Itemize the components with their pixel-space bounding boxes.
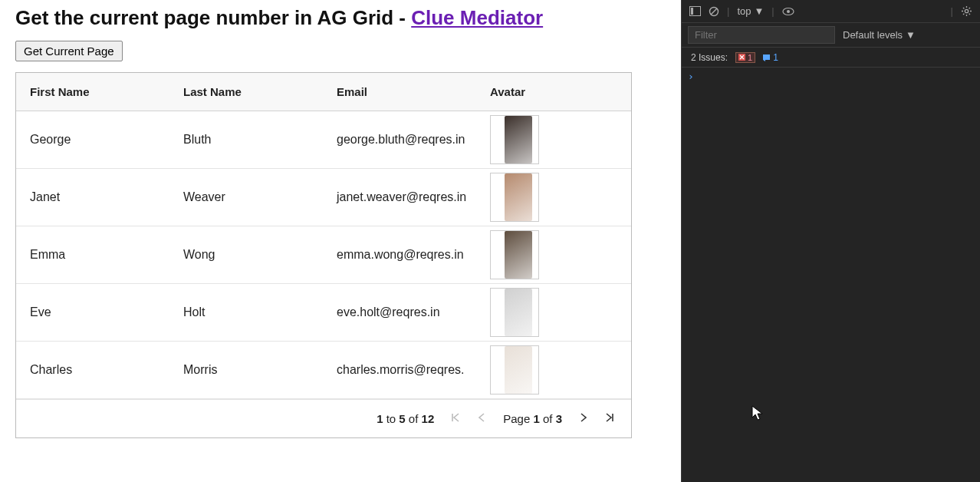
title-link[interactable]: Clue Mediator — [411, 6, 543, 29]
context-selector[interactable]: top ▼ — [737, 5, 764, 17]
svg-point-5 — [787, 10, 790, 13]
console-prompt-icon: › — [688, 71, 694, 82]
error-badge[interactable]: 1 — [735, 52, 755, 63]
header-email[interactable]: Email — [323, 85, 476, 98]
avatar — [490, 288, 539, 337]
cell-first-name: Eve — [16, 305, 169, 319]
svg-rect-1 — [691, 8, 693, 15]
prev-page-button[interactable] — [475, 412, 488, 425]
next-page-button[interactable] — [577, 412, 590, 425]
log-levels-selector[interactable]: Default levels ▼ — [843, 29, 916, 41]
toggle-console-icon[interactable] — [689, 6, 701, 16]
cell-email: janet.weaver@reqres.in — [323, 190, 476, 204]
svg-rect-8 — [763, 54, 770, 60]
table-row[interactable]: CharlesMorrischarles.morris@reqres. — [16, 342, 631, 399]
cell-avatar — [476, 288, 630, 337]
page-summary: Page 1 of 3 — [503, 412, 562, 425]
cell-email: charles.morris@reqres. — [323, 363, 476, 377]
issues-bar[interactable]: 2 Issues: 1 1 — [682, 48, 980, 68]
devtools-toolbar: | top ▼ | | — [682, 0, 980, 23]
data-grid: First Name Last Name Email Avatar George… — [15, 72, 632, 438]
get-current-page-button[interactable]: Get Current Page — [15, 41, 123, 61]
cell-last-name: Holt — [169, 305, 323, 319]
header-last-name[interactable]: Last Name — [169, 85, 323, 98]
svg-point-6 — [965, 9, 968, 12]
chevron-down-icon: ▼ — [754, 5, 764, 17]
chevron-down-icon: ▼ — [906, 29, 916, 41]
pagination-bar: 1 to 5 of 12 Page 1 of 3 — [16, 399, 631, 437]
table-row[interactable]: JanetWeaverjanet.weaver@reqres.in — [16, 169, 631, 226]
grid-header: First Name Last Name Email Avatar — [16, 73, 631, 111]
cell-last-name: Weaver — [169, 190, 323, 204]
avatar — [490, 173, 539, 222]
row-summary: 1 to 5 of 12 — [377, 412, 434, 425]
avatar — [490, 230, 539, 279]
grid-body: GeorgeBluthgeorge.bluth@reqres.inJanetWe… — [16, 111, 631, 399]
header-avatar[interactable]: Avatar — [476, 85, 630, 98]
cell-avatar — [476, 173, 630, 222]
main-content: Get the current page number in AG Grid -… — [0, 0, 681, 482]
cell-avatar — [476, 345, 630, 395]
devtools-panel: | top ▼ | | Default levels ▼ 2 Issues: 1… — [681, 0, 980, 482]
page-title: Get the current page number in AG Grid -… — [15, 6, 666, 30]
first-page-button[interactable] — [449, 412, 462, 425]
table-row[interactable]: EmmaWongemma.wong@reqres.in — [16, 226, 631, 284]
avatar — [490, 345, 539, 395]
devtools-filter-bar: Default levels ▼ — [682, 23, 980, 48]
cell-first-name: Emma — [16, 248, 169, 262]
cell-last-name: Bluth — [169, 133, 323, 147]
cell-first-name: Janet — [16, 190, 169, 204]
table-row[interactable]: GeorgeBluthgeorge.bluth@reqres.in — [16, 111, 631, 169]
cell-avatar — [476, 115, 630, 164]
svg-line-3 — [711, 8, 717, 15]
clear-console-icon[interactable] — [709, 6, 719, 17]
cell-last-name: Morris — [169, 363, 323, 377]
cell-first-name: Charles — [16, 363, 169, 377]
info-badge[interactable]: 1 — [763, 52, 778, 63]
settings-icon[interactable] — [961, 5, 972, 17]
cell-last-name: Wong — [169, 248, 323, 262]
cell-email: george.bluth@reqres.in — [323, 133, 476, 147]
avatar — [490, 115, 539, 164]
filter-input[interactable] — [688, 26, 835, 44]
cell-avatar — [476, 230, 630, 279]
issues-label: 2 Issues: — [691, 52, 728, 63]
title-text: Get the current page number in AG Grid - — [15, 6, 411, 29]
console-body[interactable]: › — [682, 68, 980, 482]
cell-first-name: George — [16, 133, 169, 147]
live-expression-icon[interactable] — [782, 7, 794, 16]
header-first-name[interactable]: First Name — [16, 85, 169, 98]
cell-email: emma.wong@reqres.in — [323, 248, 476, 262]
table-row[interactable]: EveHolteve.holt@reqres.in — [16, 284, 631, 342]
cell-email: eve.holt@reqres.in — [323, 305, 476, 319]
last-page-button[interactable] — [603, 412, 616, 425]
